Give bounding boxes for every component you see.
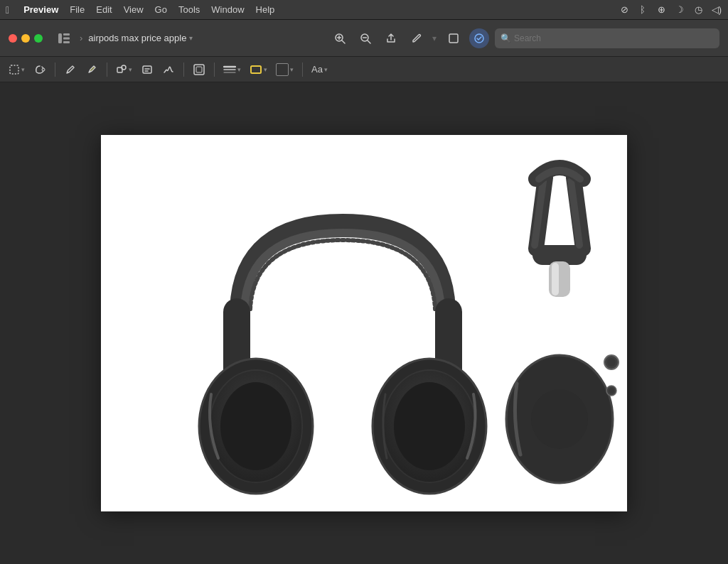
svg-point-14 [42,68,45,71]
svg-rect-13 [10,65,18,74]
separator-1 [55,63,55,77]
crop-button[interactable] [444,28,464,48]
svg-rect-3 [63,41,70,43]
font-dropdown-icon: ▾ [324,66,328,73]
annotation-bar: ▾ ▾ [0,57,728,82]
search-icon: 🔍 [500,33,511,43]
shapes-button[interactable]: ▾ [113,60,135,79]
menu-view[interactable]: View [124,4,144,15]
signature-button[interactable] [159,60,178,79]
traffic-lights [9,34,43,43]
line-style-dropdown-icon: ▾ [237,66,241,73]
main-content [0,82,728,564]
line-style-button[interactable]: ▾ [220,60,244,79]
svg-point-41 [394,382,465,470]
search-input[interactable] [514,33,714,43]
svg-line-5 [342,40,345,43]
chevron-icon[interactable]: › [80,33,82,43]
select-tool-button[interactable]: ▾ [6,60,28,79]
menu-edit[interactable]: Edit [96,4,112,15]
airpods-max-image [101,135,627,511]
menu-go[interactable]: Go [155,4,167,15]
title-dropdown[interactable]: airpods max price apple ▾ [88,33,193,43]
separator-4 [214,63,215,77]
svg-rect-21 [196,67,202,72]
menu-tools[interactable]: Tools [178,4,200,15]
svg-point-52 [609,388,614,394]
border-dropdown-icon: ▾ [264,66,267,73]
clock-icon: ◷ [692,4,704,16]
bluetooth-icon: ᛒ [637,4,648,16]
smart-lasso-button[interactable] [31,60,49,79]
globe-icon: ⊕ [655,4,667,16]
adjust-button[interactable] [190,60,208,79]
volume-icon: ◁) [711,4,722,16]
separator-3 [183,63,184,77]
zoom-in-button[interactable] [330,28,350,48]
menu-bar:  Preview File Edit View Go Tools Window… [0,0,728,20]
window-title: airpods max price apple [88,33,186,43]
font-button[interactable]: Aa ▾ [309,60,331,79]
share-button[interactable] [381,28,401,48]
svg-line-9 [368,40,370,43]
text-box-button[interactable] [138,60,156,79]
markup-button[interactable] [407,28,427,48]
font-icon: Aa [311,64,323,75]
svg-rect-0 [58,33,62,43]
apple-menu[interactable]:  [6,4,9,16]
close-button[interactable] [9,34,17,43]
border-style-button[interactable]: ▾ [247,60,270,79]
svg-point-50 [607,358,616,367]
moon-icon: ☽ [674,4,685,16]
highlighter-button[interactable] [82,60,101,79]
svg-rect-11 [449,34,458,43]
svg-rect-17 [143,66,151,73]
separator-2 [107,63,107,77]
zoom-out-button[interactable] [355,28,375,48]
svg-rect-20 [194,65,204,75]
menu-file[interactable]: File [70,4,85,15]
separator-5 [302,63,303,77]
menu-help[interactable]: Help [256,4,275,15]
svg-point-35 [220,382,291,470]
fill-color-swatch [276,63,289,76]
svg-rect-25 [251,66,261,73]
image-canvas[interactable] [101,135,627,511]
pen-dropdown-icon[interactable]: ▾ [432,33,437,43]
sidebar-toggle-button[interactable] [54,31,74,46]
select-dropdown-icon: ▾ [21,66,25,73]
svg-rect-1 [63,33,70,36]
highlight-button[interactable] [469,28,489,48]
menubar-right-icons: ⊘ ᛒ ⊕ ☽ ◷ ◁) [619,4,722,16]
maximize-button[interactable] [34,34,43,43]
wifi-icon: ⊘ [619,4,630,16]
title-chevron-icon: ▾ [189,34,193,42]
pen-tool-button[interactable] [61,60,80,79]
menu-window[interactable]: Window [211,4,244,15]
shapes-dropdown-icon: ▾ [129,66,132,73]
title-bar: › airpods max price apple ▾ ▾ [0,20,728,57]
menu-preview[interactable]: Preview [23,4,58,15]
minimize-button[interactable] [21,34,30,43]
svg-rect-2 [63,37,70,39]
fill-color-button[interactable]: ▾ [273,60,296,79]
svg-point-48 [531,389,588,449]
svg-rect-44 [552,263,559,295]
search-box[interactable]: 🔍 [495,28,719,48]
fill-dropdown-icon: ▾ [290,66,294,73]
